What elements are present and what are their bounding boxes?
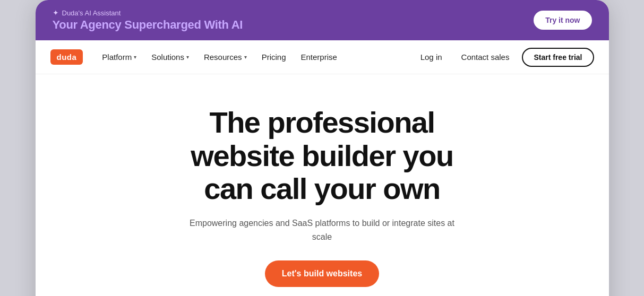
- hero-subtitle: Empowering agencies and SaaS platforms t…: [190, 216, 455, 243]
- hero-title: The professional website builder you can…: [184, 106, 460, 206]
- contact-sales-link[interactable]: Contact sales: [455, 48, 516, 66]
- chevron-down-icon: ▾: [244, 54, 247, 60]
- nav-links: Platform ▾ Solutions ▾ Resources ▾ Prici…: [96, 48, 414, 66]
- nav-item-resources[interactable]: Resources ▾: [198, 48, 253, 66]
- nav-label-resources: Resources: [204, 53, 242, 62]
- nav-label-enterprise: Enterprise: [300, 53, 337, 62]
- device-frame: ✦ Duda's AI Assistant Your Agency Superc…: [36, 0, 609, 296]
- chevron-down-icon: ▾: [186, 54, 189, 60]
- main-navbar: duda Platform ▾ Solutions ▾ Resources ▾ …: [36, 40, 609, 74]
- nav-label-solutions: Solutions: [151, 53, 184, 62]
- nav-item-platform[interactable]: Platform ▾: [96, 48, 143, 66]
- sparkle-icon: ✦: [53, 8, 59, 17]
- nav-item-pricing[interactable]: Pricing: [255, 48, 293, 66]
- banner-eyebrow: ✦ Duda's AI Assistant: [53, 8, 243, 17]
- hero-section: The professional website builder you can…: [36, 74, 609, 296]
- nav-right: Log in Contact sales Start free trial: [414, 48, 594, 67]
- nav-item-enterprise[interactable]: Enterprise: [294, 48, 343, 66]
- banner-title: Your Agency Supercharged With AI: [53, 18, 243, 32]
- hero-cta-button[interactable]: Let's build websites: [265, 260, 379, 287]
- banner-cta-button[interactable]: Try it now: [534, 11, 591, 30]
- start-trial-button[interactable]: Start free trial: [522, 48, 594, 67]
- promo-banner: ✦ Duda's AI Assistant Your Agency Superc…: [36, 0, 609, 40]
- banner-content: ✦ Duda's AI Assistant Your Agency Superc…: [53, 8, 243, 32]
- login-link[interactable]: Log in: [414, 48, 449, 66]
- banner-title-highlight: With AI: [204, 18, 243, 31]
- chevron-down-icon: ▾: [134, 54, 136, 60]
- nav-label-platform: Platform: [102, 53, 132, 62]
- nav-label-pricing: Pricing: [262, 53, 286, 62]
- nav-item-solutions[interactable]: Solutions ▾: [145, 48, 195, 66]
- banner-eyebrow-text: Duda's AI Assistant: [62, 9, 121, 17]
- logo[interactable]: duda: [50, 49, 83, 65]
- banner-title-plain: Your Agency Supercharged: [53, 18, 204, 31]
